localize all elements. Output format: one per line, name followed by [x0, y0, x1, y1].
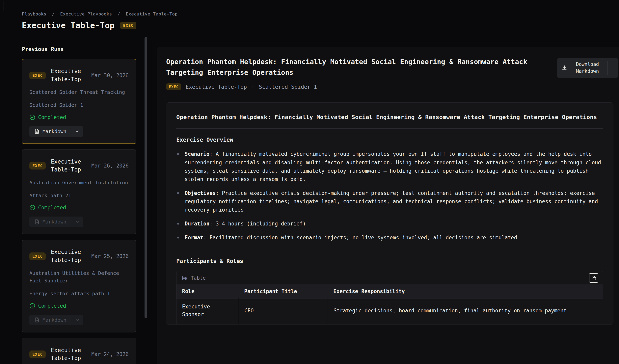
chevron-down-icon: [75, 129, 80, 134]
markdown-download-split-button: Markdown: [29, 315, 83, 325]
run-scenario: Attack path 21: [29, 192, 129, 200]
previous-run-card[interactable]: EXEC Executive Table-Top Mar 26, 2026 Au…: [22, 149, 136, 234]
copy-table-button[interactable]: [589, 273, 598, 283]
bullet-text: : A financially motivated cybercriminal …: [185, 151, 601, 182]
subtitle-separator: ·: [251, 84, 254, 90]
download-icon: [561, 65, 568, 71]
run-detail-panel: Operation Phantom Helpdesk: Financially …: [157, 47, 619, 364]
check-circle-icon: [29, 303, 35, 309]
download-markdown-button[interactable]: Download Markdown: [557, 58, 618, 78]
document-title: Operation Phantom Helpdesk: Financially …: [176, 114, 603, 120]
run-detail-title-block: Operation Phantom Helpdesk: Financially …: [166, 56, 557, 90]
report-title: Operation Phantom Helpdesk: Financially …: [166, 56, 557, 78]
overview-bullet: Objectives: Practice executive crisis de…: [176, 189, 603, 214]
run-date: Mar 30, 2026: [91, 72, 129, 78]
table-toolbar: Table: [176, 271, 603, 284]
run-date: Mar 26, 2026: [91, 163, 129, 169]
markdown-download-button[interactable]: Markdown: [29, 315, 71, 325]
divider: [176, 128, 603, 129]
markdown-download-button[interactable]: Markdown: [29, 126, 71, 137]
overview-bullet: Format: Facilitated discussion with scen…: [176, 233, 603, 242]
run-status-label: Completed: [38, 205, 66, 210]
breadcrumb-executive-table-top[interactable]: Executive Table-Top: [126, 12, 178, 16]
markdown-button-label: Markdown: [42, 129, 66, 134]
table-column-header: Exercise Responsibility: [328, 284, 603, 298]
table-cell: Strategic decisions, board communication…: [328, 298, 603, 323]
file-code-icon: [34, 219, 40, 225]
page-title: Executive Table-Top: [22, 21, 114, 30]
breadcrumb-separator: /: [117, 12, 120, 16]
overview-bullet: Scenario: A financially motivated cyberc…: [176, 150, 603, 183]
markdown-button-label: Markdown: [42, 317, 66, 323]
run-client: Scattered Spider Threat Tracking: [29, 88, 129, 96]
page-header: Playbooks / Executive Playbooks / Execut…: [0, 0, 619, 37]
subtitle-run: Scattered Spider 1: [259, 84, 317, 90]
chevron-down-icon: [75, 220, 80, 224]
exec-badge: EXEC: [29, 350, 46, 358]
previous-run-card[interactable]: EXEC Executive Table-Top Mar 25, 2026 Au…: [22, 240, 136, 332]
previous-runs-sidebar: Previous Runs EXEC Executive Table-Top M…: [22, 46, 136, 364]
table-row: Security LeadCISOTechnical response over…: [176, 323, 603, 325]
run-status-badge: Completed: [29, 114, 129, 120]
markdown-download-button[interactable]: Markdown: [29, 217, 71, 227]
run-status-badge: Completed: [29, 303, 129, 309]
run-title: Executive Table-Top: [51, 248, 86, 264]
exec-badge: EXEC: [29, 252, 46, 260]
file-code-icon: [34, 129, 40, 134]
exec-badge: EXEC: [29, 72, 46, 79]
run-status-badge: Completed: [29, 205, 129, 210]
run-date: Mar 24, 2026: [91, 351, 129, 357]
overview-bullet-list: Scenario: A financially motivated cyberc…: [176, 150, 603, 242]
run-client: Australian Utilities & Defence Fuel Supp…: [29, 269, 129, 285]
download-button-label: Download Markdown: [572, 61, 603, 75]
participants-table: RoleParticipant TitleExercise Responsibi…: [176, 284, 603, 325]
chevron-down-icon: [75, 318, 80, 322]
markdown-report-card: Operation Phantom Helpdesk: Financially …: [166, 102, 613, 325]
markdown-options-chevron[interactable]: [71, 315, 83, 325]
bullet-text: : 3-4 hours (including debrief): [210, 221, 306, 227]
bullet-text: : Practice executive crisis decision-mak…: [185, 190, 598, 213]
bullet-label: Duration: [185, 221, 210, 227]
sidebar-scrollbar-thumb[interactable]: [144, 37, 147, 318]
file-code-icon: [34, 317, 40, 323]
run-status-label: Completed: [38, 303, 66, 309]
bullet-label: Scenario: [185, 151, 210, 157]
table-cell: Executive Sponsor: [176, 298, 239, 323]
previous-runs-heading: Previous Runs: [22, 46, 136, 52]
run-client: Australian Government Institution: [29, 179, 129, 187]
markdown-button-label: Markdown: [42, 219, 66, 225]
run-scenario: Energy sector attack path 1: [29, 290, 129, 298]
run-title: Executive Table-Top: [51, 67, 86, 83]
participants-heading: Participants & Roles: [176, 258, 603, 264]
table-column-header: Role: [176, 284, 239, 298]
bullet-label: Objectives: [185, 190, 216, 196]
table-icon: [182, 275, 188, 281]
run-title: Executive Table-Top: [51, 158, 86, 174]
markdown-download-split-button: Markdown: [29, 126, 83, 137]
exec-badge: EXEC: [29, 162, 46, 169]
previous-run-card[interactable]: EXEC Executive Table-Top Mar 24, 2026 Au…: [22, 338, 136, 364]
table-toolbar-label: Table: [191, 275, 206, 281]
breadcrumb-separator: /: [52, 12, 55, 16]
table-cell: CEO: [239, 298, 328, 323]
markdown-options-chevron[interactable]: [71, 217, 83, 227]
breadcrumb-executive-playbooks[interactable]: Executive Playbooks: [60, 12, 112, 16]
bullet-label: Format: [185, 235, 203, 240]
markdown-options-chevron[interactable]: [71, 126, 83, 137]
table-cell: CISO: [239, 323, 328, 325]
button-divider: [607, 61, 607, 75]
breadcrumb-playbooks[interactable]: Playbooks: [22, 12, 46, 16]
overview-heading: Exercise Overview: [176, 137, 603, 143]
previous-run-card[interactable]: EXEC Executive Table-Top Mar 30, 2026 Sc…: [22, 59, 136, 144]
exec-badge: EXEC: [120, 22, 136, 29]
table-row: Executive SponsorCEOStrategic decisions,…: [176, 298, 603, 323]
overview-bullet: Duration: 3-4 hours (including debrief): [176, 220, 603, 228]
copy-icon: [591, 276, 596, 281]
table-cell: Security Lead: [176, 323, 239, 325]
table-body: Executive SponsorCEOStrategic decisions,…: [176, 298, 603, 325]
chevron-down-icon[interactable]: [608, 66, 614, 70]
previous-runs-list: EXEC Executive Table-Top Mar 30, 2026 Sc…: [22, 59, 136, 364]
run-date: Mar 25, 2026: [91, 253, 129, 259]
markdown-download-split-button: Markdown: [29, 217, 83, 227]
bullet-text: : Facilitated discussion with scenario i…: [203, 235, 517, 240]
